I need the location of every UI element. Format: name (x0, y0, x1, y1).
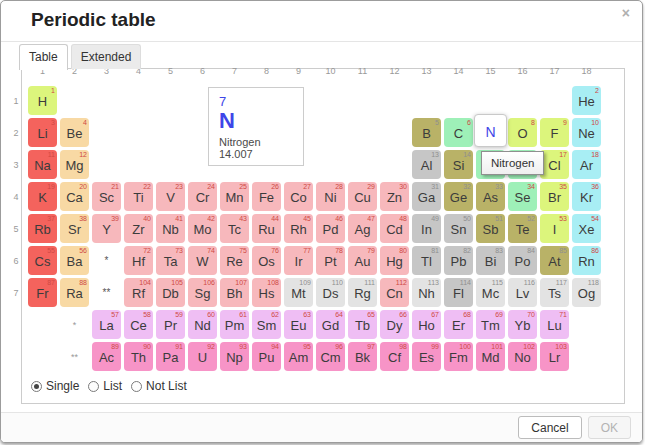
element-cell-cm[interactable]: 96Cm (316, 342, 345, 371)
element-cell-ca[interactable]: 20Ca (60, 182, 89, 211)
element-cell-mn[interactable]: 25Mn (220, 182, 249, 211)
element-cell-db[interactable]: 105Db (156, 278, 185, 307)
element-cell-nb[interactable]: 41Nb (156, 214, 185, 243)
element-cell-dy[interactable]: 66Dy (380, 310, 409, 339)
element-cell-fe[interactable]: 26Fe (252, 182, 281, 211)
element-cell-mt[interactable]: 109Mt (284, 278, 313, 307)
element-cell-fm[interactable]: 100Fm (444, 342, 473, 371)
element-cell-la[interactable]: 57La (92, 310, 121, 339)
element-cell-lv[interactable]: 116Lv (508, 278, 537, 307)
element-cell-pb[interactable]: 82Pb (444, 246, 473, 275)
element-cell-zn[interactable]: 30Zn (380, 182, 409, 211)
element-cell-h[interactable]: 1H (28, 86, 57, 115)
element-cell-pt[interactable]: 78Pt (316, 246, 345, 275)
element-cell-rb[interactable]: 37Rb (28, 214, 57, 243)
element-cell-fl[interactable]: 114Fl (444, 278, 473, 307)
element-cell-cn[interactable]: 112Cn (380, 278, 409, 307)
element-cell-lu[interactable]: 71Lu (540, 310, 569, 339)
element-cell-xe[interactable]: 54Xe (572, 214, 601, 243)
element-cell-cf[interactable]: 98Cf (380, 342, 409, 371)
element-cell-tl[interactable]: 81Tl (412, 246, 441, 275)
element-cell-al[interactable]: 13Al (412, 150, 441, 179)
element-cell-au[interactable]: 79Au (348, 246, 377, 275)
element-cell-er[interactable]: 68Er (444, 310, 473, 339)
element-cell-ra[interactable]: 88Ra (60, 278, 89, 307)
element-cell-pa[interactable]: 91Pa (156, 342, 185, 371)
element-cell-ge[interactable]: 32Ge (444, 182, 473, 211)
element-cell-pd[interactable]: 46Pd (316, 214, 345, 243)
element-cell-rf[interactable]: 104Rf (124, 278, 153, 307)
element-cell-hf[interactable]: 72Hf (124, 246, 153, 275)
element-cell-cu[interactable]: 29Cu (348, 182, 377, 211)
element-cell-np[interactable]: 93Np (220, 342, 249, 371)
element-cell-ba[interactable]: 56Ba (60, 246, 89, 275)
element-cell-bi[interactable]: 83Bi (476, 246, 505, 275)
element-cell-te[interactable]: 52Te (508, 214, 537, 243)
element-cell-cd[interactable]: 48Cd (380, 214, 409, 243)
element-cell-am[interactable]: 95Am (284, 342, 313, 371)
radio-not-list[interactable] (131, 381, 142, 392)
element-cell-re[interactable]: 75Re (220, 246, 249, 275)
element-cell-pr[interactable]: 59Pr (156, 310, 185, 339)
element-cell-bh[interactable]: 107Bh (220, 278, 249, 307)
element-cell-sm[interactable]: 62Sm (252, 310, 281, 339)
element-cell-pm[interactable]: 61Pm (220, 310, 249, 339)
element-cell-yb[interactable]: 70Yb (508, 310, 537, 339)
element-cell-c[interactable]: 6C (444, 118, 473, 147)
radio-list[interactable] (88, 381, 99, 392)
option-not-list[interactable]: Not List (131, 379, 187, 393)
element-cell-os[interactable]: 76Os (252, 246, 281, 275)
element-cell-o[interactable]: 8O (508, 118, 537, 147)
element-cell-bk[interactable]: 97Bk (348, 342, 377, 371)
element-cell-ru[interactable]: 44Ru (252, 214, 281, 243)
element-cell-hs[interactable]: 108Hs (252, 278, 281, 307)
element-cell-b[interactable]: 5B (412, 118, 441, 147)
element-cell-ag[interactable]: 47Ag (348, 214, 377, 243)
element-cell-gd[interactable]: 64Gd (316, 310, 345, 339)
element-cell-fr[interactable]: 87Fr (28, 278, 57, 307)
element-cell-md[interactable]: 101Md (476, 342, 505, 371)
element-cell-na[interactable]: 11Na (28, 150, 57, 179)
element-cell-se[interactable]: 34Se (508, 182, 537, 211)
element-cell-tb[interactable]: 65Tb (348, 310, 377, 339)
element-cell-mo[interactable]: 42Mo (188, 214, 217, 243)
element-cell-eu[interactable]: 63Eu (284, 310, 313, 339)
element-cell-ar[interactable]: 18Ar (572, 150, 601, 179)
element-cell-no[interactable]: 102No (508, 342, 537, 371)
element-cell-li[interactable]: 3Li (28, 118, 57, 147)
element-cell-hg[interactable]: 80Hg (380, 246, 409, 275)
element-cell-sc[interactable]: 21Sc (92, 182, 121, 211)
element-cell-f[interactable]: 9F (540, 118, 569, 147)
element-cell-es[interactable]: 99Es (412, 342, 441, 371)
element-cell-sn[interactable]: 50Sn (444, 214, 473, 243)
tab-table[interactable]: Table (19, 44, 68, 70)
element-cell-w[interactable]: 74W (188, 246, 217, 275)
element-cell-br[interactable]: 35Br (540, 182, 569, 211)
element-cell-be[interactable]: 4Be (60, 118, 89, 147)
element-cell-co[interactable]: 27Co (284, 182, 313, 211)
element-cell-ho[interactable]: 67Ho (412, 310, 441, 339)
element-cell-tm[interactable]: 69Tm (476, 310, 505, 339)
element-cell-k[interactable]: 19K (28, 182, 57, 211)
element-cell-nd[interactable]: 60Nd (188, 310, 217, 339)
element-cell-rg[interactable]: 111Rg (348, 278, 377, 307)
element-cell-ir[interactable]: 77Ir (284, 246, 313, 275)
element-cell-he[interactable]: 2He (572, 86, 601, 115)
element-cell-ds[interactable]: 110Ds (316, 278, 345, 307)
element-cell-u[interactable]: 92U (188, 342, 217, 371)
element-cell-cs[interactable]: 55Cs (28, 246, 57, 275)
element-cell-n[interactable]: N (474, 114, 507, 147)
element-cell-sr[interactable]: 38Sr (60, 214, 89, 243)
element-cell-sg[interactable]: 106Sg (188, 278, 217, 307)
element-cell-og[interactable]: 118Og (572, 278, 601, 307)
element-cell-ti[interactable]: 22Ti (124, 182, 153, 211)
element-cell-si[interactable]: 14Si (444, 150, 473, 179)
option-single[interactable]: Single (31, 379, 79, 393)
element-cell-as[interactable]: 33As (476, 182, 505, 211)
element-cell-mg[interactable]: 12Mg (60, 150, 89, 179)
element-cell-rn[interactable]: 86Rn (572, 246, 601, 275)
element-cell-ne[interactable]: 10Ne (572, 118, 601, 147)
radio-single[interactable] (31, 381, 42, 392)
element-cell-i[interactable]: 53I (540, 214, 569, 243)
element-cell-nh[interactable]: 113Nh (412, 278, 441, 307)
